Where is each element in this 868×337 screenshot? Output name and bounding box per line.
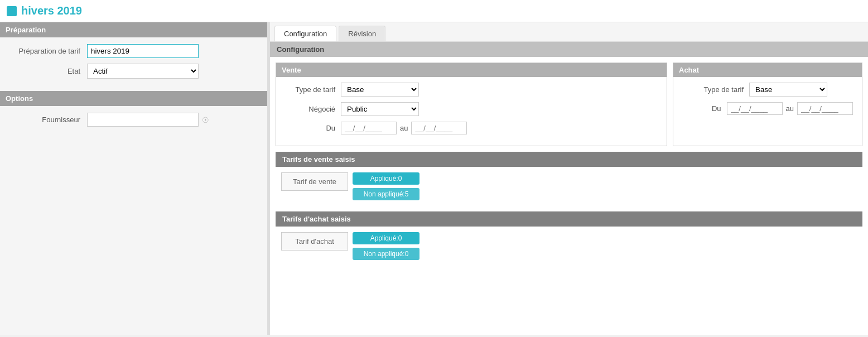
- left-panel: Préparation Préparation de tarif Etat Ac…: [0, 22, 268, 335]
- vente-type-tarif-select[interactable]: Base Autre: [341, 83, 419, 97]
- options-section-header: Options: [0, 91, 267, 106]
- vente-header: Vente: [276, 63, 667, 77]
- vente-body: Type de tarif Base Autre Négocié Public …: [276, 77, 667, 146]
- vente-negocie-label: Négocié: [285, 105, 341, 113]
- achat-type-tarif-label: Type de tarif: [682, 85, 749, 94]
- tarifs-vente-header: Tarifs de vente saisis: [276, 152, 862, 167]
- vente-au-label: au: [400, 124, 408, 132]
- achat-applied-badge[interactable]: Appliqué:0: [353, 232, 419, 244]
- tab-configuration[interactable]: Configuration: [274, 26, 336, 41]
- fournisseur-label: Fournisseur: [9, 115, 87, 124]
- vente-date-row: Du au: [285, 122, 658, 134]
- achat-type-tarif-row: Type de tarif Base Autre: [682, 83, 853, 97]
- preparation-row: Préparation de tarif: [9, 44, 258, 58]
- tarifs-vente-body: Tarif de vente Appliqué:0 Non appliqué:5: [276, 167, 862, 206]
- preparation-section-body: Préparation de tarif Etat Actif Inactif: [0, 37, 267, 91]
- title-icon: [7, 6, 17, 16]
- config-section-header: Configuration: [270, 42, 868, 57]
- vente-not-applied-badge[interactable]: Non appliqué:5: [353, 188, 419, 200]
- vente-negocie-row: Négocié Public Privé: [285, 102, 658, 116]
- achat-type-tarif-select[interactable]: Base Autre: [749, 83, 827, 97]
- vente-negocie-select[interactable]: Public Privé: [341, 102, 419, 116]
- tarifs-vente-section: Tarifs de vente saisis Tarif de vente Ap…: [276, 152, 862, 206]
- fournisseur-input[interactable]: [87, 113, 199, 127]
- tab-revision[interactable]: Révision: [339, 26, 385, 41]
- preparation-label: Préparation de tarif: [9, 47, 87, 55]
- tarifs-achat-header: Tarifs d'achat saisis: [276, 211, 862, 227]
- page-header: hivers 2019: [0, 0, 868, 22]
- tarifs-achat-section: Tarifs d'achat saisis Tarif d'achat Appl…: [276, 211, 862, 266]
- tarifs-achat-body: Tarif d'achat Appliqué:0 Non appliqué:0: [276, 227, 862, 266]
- achat-date-row: Du au: [682, 102, 853, 115]
- vente-type-tarif-label: Type de tarif: [285, 85, 341, 94]
- tab-bar: Configuration Révision: [270, 22, 868, 42]
- achat-date-from[interactable]: [727, 102, 783, 115]
- preparation-input[interactable]: [87, 44, 199, 58]
- vente-date-to[interactable]: [411, 122, 467, 134]
- fournisseur-row: Fournisseur ☉: [9, 113, 258, 127]
- achat-au-label: au: [786, 104, 794, 113]
- etat-label: Etat: [9, 67, 87, 75]
- tarif-vente-card: Tarif de vente: [281, 172, 348, 191]
- preparation-section-header: Préparation: [0, 22, 267, 37]
- achat-header: Achat: [673, 63, 862, 77]
- vente-date-from[interactable]: [341, 122, 397, 134]
- vente-type-tarif-row: Type de tarif Base Autre: [285, 83, 658, 97]
- tarif-achat-card: Tarif d'achat: [281, 232, 348, 251]
- main-layout: Préparation Préparation de tarif Etat Ac…: [0, 22, 868, 335]
- vente-du-label: Du: [285, 124, 341, 132]
- achat-body: Type de tarif Base Autre Du au: [673, 77, 862, 126]
- config-body: Vente Type de tarif Base Autre Négocié: [270, 57, 868, 277]
- vente-achat-row: Vente Type de tarif Base Autre Négocié: [276, 62, 862, 146]
- achat-not-applied-badge[interactable]: Non appliqué:0: [353, 248, 419, 260]
- etat-row: Etat Actif Inactif: [9, 64, 258, 79]
- achat-panel: Achat Type de tarif Base Autre Du: [673, 62, 862, 146]
- achat-date-to[interactable]: [797, 102, 853, 115]
- vente-applied-badge[interactable]: Appliqué:0: [353, 172, 419, 185]
- fournisseur-icon: ☉: [202, 115, 209, 124]
- etat-select[interactable]: Actif Inactif: [87, 64, 199, 79]
- options-section-body: Fournisseur ☉: [0, 106, 267, 139]
- tarifs-achat-badges: Appliqué:0 Non appliqué:0: [353, 232, 419, 260]
- tarifs-vente-badges: Appliqué:0 Non appliqué:5: [353, 172, 419, 200]
- vente-panel: Vente Type de tarif Base Autre Négocié: [276, 62, 667, 146]
- page-title: hivers 2019: [21, 4, 82, 17]
- achat-du-label: Du: [682, 104, 727, 113]
- right-panel: Configuration Révision Configuration Ven…: [270, 22, 868, 335]
